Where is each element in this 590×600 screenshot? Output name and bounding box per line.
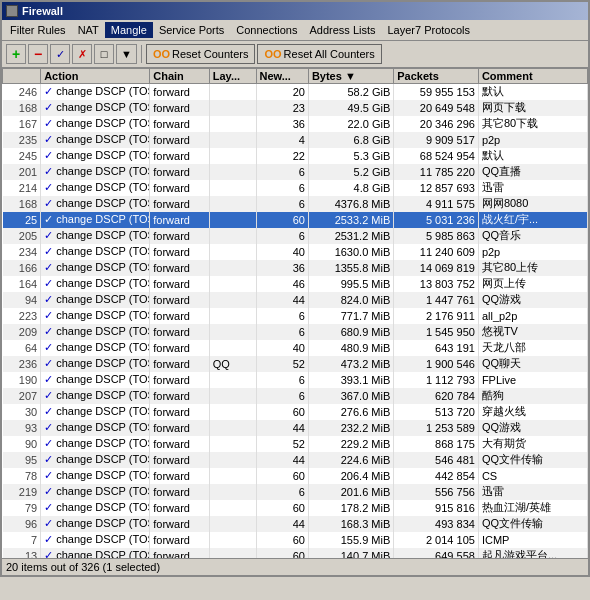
check-button[interactable]: ✓	[50, 44, 70, 64]
check-mark: ✓	[44, 117, 53, 129]
col-action[interactable]: Action	[41, 69, 150, 84]
row-new: 36	[256, 260, 308, 276]
table-row[interactable]: 209 ✓ change DSCP (TOS) forward 6 680.9 …	[3, 324, 588, 340]
status-bar: 20 items out of 326 (1 selected)	[2, 558, 588, 575]
table-row[interactable]: 190 ✓ change DSCP (TOS) forward 6 393.1 …	[3, 372, 588, 388]
row-layer	[209, 260, 256, 276]
table-row[interactable]: 93 ✓ change DSCP (TOS) forward 44 232.2 …	[3, 420, 588, 436]
row-layer	[209, 292, 256, 308]
table-row[interactable]: 96 ✓ change DSCP (TOS) forward 44 168.3 …	[3, 516, 588, 532]
table-row[interactable]: 168 ✓ change DSCP (TOS) forward 6 4376.8…	[3, 196, 588, 212]
row-layer	[209, 420, 256, 436]
x-button[interactable]: ✗	[72, 44, 92, 64]
row-packets: 20 649 548	[394, 100, 479, 116]
table-row[interactable]: 13 ✓ change DSCP (TOS) forward 60 140.7 …	[3, 548, 588, 559]
menu-address-lists[interactable]: Address Lists	[303, 22, 381, 38]
row-chain: forward	[150, 260, 210, 276]
col-layer[interactable]: Lay...	[209, 69, 256, 84]
row-num: 190	[3, 372, 41, 388]
row-bytes: 393.1 MiB	[308, 372, 393, 388]
row-layer	[209, 484, 256, 500]
row-action: ✓ change DSCP (TOS)	[41, 276, 150, 292]
row-comment: 迅雷	[478, 180, 587, 196]
reset-all-label: Reset All Counters	[284, 48, 375, 60]
table-row[interactable]: 245 ✓ change DSCP (TOS) forward 22 5.3 G…	[3, 148, 588, 164]
row-bytes: 58.2 GiB	[308, 84, 393, 100]
table-row[interactable]: 94 ✓ change DSCP (TOS) forward 44 824.0 …	[3, 292, 588, 308]
square-button[interactable]: □	[94, 44, 114, 64]
row-new: 40	[256, 340, 308, 356]
table-row[interactable]: 236 ✓ change DSCP (TOS) forward QQ 52 47…	[3, 356, 588, 372]
table-row[interactable]: 168 ✓ change DSCP (TOS) forward 23 49.5 …	[3, 100, 588, 116]
row-comment: 穿越火线	[478, 404, 587, 420]
row-num: 205	[3, 228, 41, 244]
menu-mangle[interactable]: Mangle	[105, 22, 153, 38]
row-new: 40	[256, 244, 308, 260]
check-mark: ✓	[44, 85, 53, 97]
row-new: 6	[256, 180, 308, 196]
table-row[interactable]: 79 ✓ change DSCP (TOS) forward 60 178.2 …	[3, 500, 588, 516]
table-row[interactable]: 205 ✓ change DSCP (TOS) forward 6 2531.2…	[3, 228, 588, 244]
table-row[interactable]: 78 ✓ change DSCP (TOS) forward 60 206.4 …	[3, 468, 588, 484]
row-packets: 442 854	[394, 468, 479, 484]
window-icon	[6, 5, 18, 17]
check-mark: ✓	[44, 261, 53, 273]
row-num: 214	[3, 180, 41, 196]
table-row[interactable]: 214 ✓ change DSCP (TOS) forward 6 4.8 Gi…	[3, 180, 588, 196]
table-row[interactable]: 90 ✓ change DSCP (TOS) forward 52 229.2 …	[3, 436, 588, 452]
table-row[interactable]: 25 ✓ change DSCP (TOS) forward 60 2533.2…	[3, 212, 588, 228]
check-mark: ✓	[44, 213, 53, 225]
row-packets: 915 816	[394, 500, 479, 516]
add-button[interactable]: +	[6, 44, 26, 64]
table-row[interactable]: 207 ✓ change DSCP (TOS) forward 6 367.0 …	[3, 388, 588, 404]
reset-all-counters-button[interactable]: OOReset All Counters	[257, 44, 381, 64]
check-mark: ✓	[44, 277, 53, 289]
table-row[interactable]: 30 ✓ change DSCP (TOS) forward 60 276.6 …	[3, 404, 588, 420]
remove-button[interactable]: −	[28, 44, 48, 64]
row-new: 60	[256, 548, 308, 559]
menu-nat[interactable]: NAT	[72, 22, 105, 38]
check-mark: ✓	[44, 501, 53, 513]
col-chain[interactable]: Chain	[150, 69, 210, 84]
table-row[interactable]: 95 ✓ change DSCP (TOS) forward 44 224.6 …	[3, 452, 588, 468]
row-layer: QQ	[209, 356, 256, 372]
table-body: 246 ✓ change DSCP (TOS) forward 20 58.2 …	[3, 84, 588, 559]
table-row[interactable]: 166 ✓ change DSCP (TOS) forward 36 1355.…	[3, 260, 588, 276]
row-comment: 其它80下载	[478, 116, 587, 132]
row-bytes: 5.2 GiB	[308, 164, 393, 180]
row-comment: QQ音乐	[478, 228, 587, 244]
row-new: 4	[256, 132, 308, 148]
filter-button[interactable]: ▼	[116, 44, 137, 64]
col-comment[interactable]: Comment	[478, 69, 587, 84]
table-row[interactable]: 7 ✓ change DSCP (TOS) forward 60 155.9 M…	[3, 532, 588, 548]
row-layer	[209, 324, 256, 340]
menu-filter-rules[interactable]: Filter Rules	[4, 22, 72, 38]
reset-counters-button[interactable]: OOReset Counters	[146, 44, 256, 64]
row-layer	[209, 340, 256, 356]
menu-service-ports[interactable]: Service Ports	[153, 22, 230, 38]
table-row[interactable]: 234 ✓ change DSCP (TOS) forward 40 1630.…	[3, 244, 588, 260]
table-row[interactable]: 201 ✓ change DSCP (TOS) forward 6 5.2 Gi…	[3, 164, 588, 180]
table-row[interactable]: 223 ✓ change DSCP (TOS) forward 6 771.7 …	[3, 308, 588, 324]
row-chain: forward	[150, 468, 210, 484]
col-bytes[interactable]: Bytes ▼	[308, 69, 393, 84]
row-packets: 11 240 609	[394, 244, 479, 260]
row-layer	[209, 372, 256, 388]
toolbar-separator	[141, 45, 142, 63]
table-row[interactable]: 164 ✓ change DSCP (TOS) forward 46 995.5…	[3, 276, 588, 292]
row-num: 234	[3, 244, 41, 260]
menu-layer7[interactable]: Layer7 Protocols	[382, 22, 477, 38]
table-row[interactable]: 246 ✓ change DSCP (TOS) forward 20 58.2 …	[3, 84, 588, 100]
row-packets: 643 191	[394, 340, 479, 356]
table-row[interactable]: 235 ✓ change DSCP (TOS) forward 4 6.8 Gi…	[3, 132, 588, 148]
table-row[interactable]: 64 ✓ change DSCP (TOS) forward 40 480.9 …	[3, 340, 588, 356]
row-packets: 59 955 153	[394, 84, 479, 100]
row-packets: 2 176 911	[394, 308, 479, 324]
menu-connections[interactable]: Connections	[230, 22, 303, 38]
row-action: ✓ change DSCP (TOS)	[41, 260, 150, 276]
table-row[interactable]: 219 ✓ change DSCP (TOS) forward 6 201.6 …	[3, 484, 588, 500]
row-chain: forward	[150, 452, 210, 468]
col-new[interactable]: New...	[256, 69, 308, 84]
col-packets[interactable]: Packets	[394, 69, 479, 84]
table-row[interactable]: 167 ✓ change DSCP (TOS) forward 36 22.0 …	[3, 116, 588, 132]
